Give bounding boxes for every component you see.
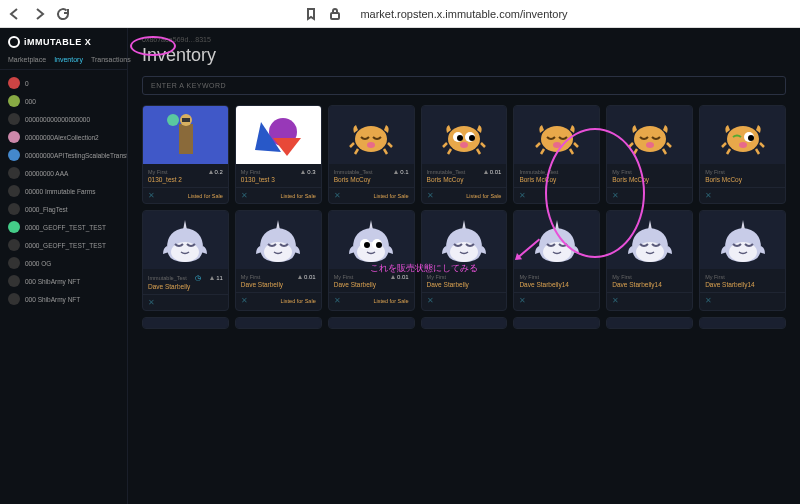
nft-card[interactable]: My First Dave Starbelly14 ✕ [606,210,693,311]
sidebar-item[interactable]: 0000_GEOFF_TEST_TEST [0,236,127,254]
close-icon[interactable]: ✕ [612,296,619,305]
sidebar-item[interactable]: 00000000APITestingScalableTransfer [0,146,127,164]
card-image [700,318,785,328]
svg-point-23 [739,142,747,148]
card-price: 0.01 [391,274,409,280]
collection-avatar [8,77,20,89]
close-icon[interactable]: ✕ [148,191,155,200]
tab-inventory[interactable]: Inventory [54,56,83,63]
nft-card[interactable]: My First Boris McCoy ✕ [699,105,786,204]
close-icon[interactable]: ✕ [705,296,712,305]
sidebar-item[interactable]: 00000 Immutable Farms [0,182,127,200]
svg-point-12 [457,135,463,141]
forward-icon[interactable] [32,7,46,21]
sidebar: iMMUTABLE X Marketplace Inventory Transa… [0,28,128,504]
nft-card[interactable] [328,317,415,329]
close-icon[interactable]: ✕ [427,191,434,200]
svg-point-8 [355,126,387,152]
card-name: Boris McCoy [427,176,502,183]
collection-avatar [8,275,20,287]
narwhal-icon [347,216,395,264]
reload-icon[interactable] [56,7,70,21]
nft-card[interactable]: My First0.2 0130_test 2 ✕Listed for Sale [142,105,229,204]
close-icon[interactable]: ✕ [612,191,619,200]
collection-label: 00000 Immutable Farms [25,188,95,195]
sidebar-item[interactable]: 0 [0,74,127,92]
nft-card[interactable]: My First Dave Starbelly14 ✕ [513,210,600,311]
inventory-grid: My First0.2 0130_test 2 ✕Listed for Sale… [142,105,786,329]
nft-card[interactable] [513,317,600,329]
narwhal-icon [719,216,767,264]
sidebar-item[interactable]: 000 ShibArmy NFT [0,290,127,308]
nft-card[interactable]: My First0.01 Dave Starbelly ✕Listed for … [328,210,415,311]
close-icon[interactable]: ✕ [148,298,155,307]
nft-card[interactable] [142,317,229,329]
close-icon[interactable]: ✕ [705,191,712,200]
card-image [422,211,507,269]
breadcrumb: 0x867aea569d…8315 [142,36,786,43]
back-icon[interactable] [8,7,22,21]
nft-card[interactable]: My First0.3 0130_test 3 ✕Listed for Sale [235,105,322,204]
close-icon[interactable]: ✕ [519,296,526,305]
nft-card[interactable]: Immutable_Test0.01 Boris McCoy ✕Listed f… [421,105,508,204]
close-icon[interactable]: ✕ [241,296,248,305]
collection-label: 00000000 AAA [25,170,68,177]
card-image [236,211,321,269]
nft-card[interactable] [421,317,508,329]
collection-avatar [8,239,20,251]
tab-transactions[interactable]: Transactions [91,56,131,63]
sidebar-item[interactable]: 0000_GEOFF_TEST_TEST [0,218,127,236]
close-icon[interactable]: ✕ [427,296,434,305]
close-icon[interactable]: ✕ [241,191,248,200]
card-name: Boris McCoy [612,176,687,183]
search-input[interactable]: ENTER A KEYWORD [142,76,786,95]
nft-card[interactable] [606,317,693,329]
collection-avatar [8,293,20,305]
sidebar-item[interactable]: 00000000 AAA [0,164,127,182]
collection-label: 000 [25,98,36,105]
narwhal-icon [254,216,302,264]
nft-card[interactable]: Immutable_Test0.1 Boris McCoy ✕Listed fo… [328,105,415,204]
sidebar-item[interactable]: 00000000AlexCollection2 [0,128,127,146]
crab-icon [441,115,487,155]
nft-card[interactable]: My First Boris McCoy ✕ [606,105,693,204]
sidebar-item[interactable]: 0000_FlagTest [0,200,127,218]
card-price: 0.01 [298,274,316,280]
tab-marketplace[interactable]: Marketplace [8,56,46,63]
nft-card[interactable]: Immutable_Test◷11 Dave Starbelly ✕ [142,210,229,311]
close-icon[interactable]: ✕ [334,191,341,200]
card-image [143,211,228,269]
nft-card[interactable]: My First0.01 Dave Starbelly ✕Listed for … [235,210,322,311]
svg-point-30 [376,242,382,248]
nft-card[interactable]: My First Dave Starbelly ✕ [421,210,508,311]
bookmark-icon[interactable] [304,7,318,21]
card-price: 0.01 [484,169,502,175]
card-footer: ✕ [143,294,228,310]
card-collection: My First [705,169,725,175]
sidebar-item[interactable]: 000 [0,92,127,110]
card-image [700,211,785,269]
collection-label: 000000000000000000 [25,116,90,123]
close-icon[interactable]: ✕ [334,296,341,305]
svg-point-22 [748,135,754,141]
sidebar-item[interactable]: 0000 OG [0,254,127,272]
nft-card[interactable] [235,317,322,329]
collection-avatar [8,95,20,107]
collection-list: 000000000000000000000000000000AlexCollec… [0,70,127,504]
sidebar-item[interactable]: 000000000000000000 [0,110,127,128]
crab-icon [720,115,766,155]
card-footer: ✕ [700,292,785,308]
url-text: market.ropsten.x.immutable.com/inventory [360,8,567,20]
nft-card[interactable]: My First Dave Starbelly14 ✕ [699,210,786,311]
sidebar-item[interactable]: 000 ShibArmy NFT [0,272,127,290]
card-image [236,106,321,164]
nft-card[interactable] [699,317,786,329]
card-footer: ✕Listed for Sale [329,187,414,203]
card-price: 0.2 [209,169,223,175]
close-icon[interactable]: ✕ [519,191,526,200]
nft-card[interactable]: Immutable_Test Boris McCoy ✕ [513,105,600,204]
card-footer: ✕Listed for Sale [236,187,321,203]
card-footer: ✕ [607,292,692,308]
card-name: Dave Starbelly14 [705,281,780,288]
brand-logo[interactable]: iMMUTABLE X [0,28,127,56]
